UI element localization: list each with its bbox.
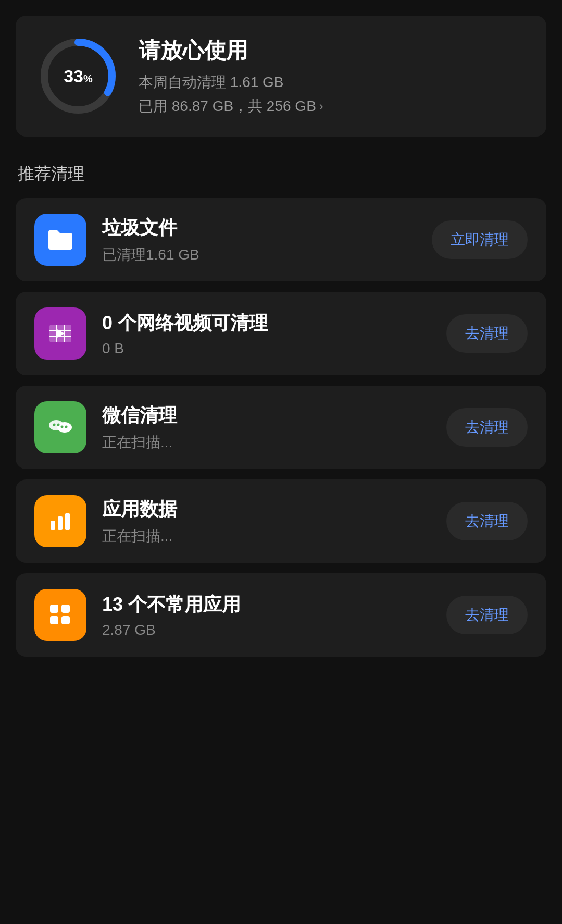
junk-subtitle: 已清理1.61 GB [102, 245, 416, 265]
video-icon [34, 307, 86, 360]
percent-symbol: % [83, 73, 93, 84]
wechat-icon [34, 401, 86, 453]
video-title: 0 个网络视频可清理 [102, 311, 431, 336]
storage-title: 请放心使用 [139, 36, 526, 65]
svg-point-10 [53, 424, 56, 426]
video-card: 0 个网络视频可清理 0 B 去清理 [16, 292, 546, 375]
video-subtitle: 0 B [102, 340, 431, 357]
storage-card: 33% 请放心使用 本周自动清理 1.61 GB 已用 86.87 GB，共 2… [16, 16, 546, 137]
wechat-clean-button[interactable]: 去清理 [446, 408, 528, 447]
percent-value: 33 [64, 66, 83, 86]
storage-usage[interactable]: 已用 86.87 GB，共 256 GB › [139, 96, 526, 116]
usage-text: 已用 86.87 GB，共 256 GB [139, 96, 316, 116]
svg-point-12 [61, 426, 64, 428]
junk-title: 垃圾文件 [102, 215, 416, 241]
svg-rect-20 [61, 616, 70, 624]
svg-point-13 [65, 426, 68, 428]
clean-items-list: 垃圾文件 已清理1.61 GB 立即清理 0 个网络视频可清理 0 B 去清理 [16, 198, 546, 657]
svg-point-11 [57, 424, 60, 426]
unused-apps-content: 13 个不常用应用 2.87 GB [102, 592, 431, 638]
appdata-card: 应用数据 正在扫描... 去清理 [16, 479, 546, 563]
wechat-subtitle: 正在扫描... [102, 433, 431, 452]
chevron-right-icon: › [319, 99, 323, 114]
unused-apps-subtitle: 2.87 GB [102, 622, 431, 638]
junk-files-card: 垃圾文件 已清理1.61 GB 立即清理 [16, 198, 546, 281]
storage-percent: 33% [64, 66, 93, 87]
unused-apps-icon [34, 589, 86, 641]
appdata-icon [34, 495, 86, 547]
appdata-clean-button[interactable]: 去清理 [446, 502, 528, 540]
svg-point-9 [57, 422, 72, 433]
svg-rect-16 [65, 513, 70, 530]
junk-content: 垃圾文件 已清理1.61 GB [102, 215, 416, 265]
junk-clean-button[interactable]: 立即清理 [432, 220, 528, 259]
unused-apps-title: 13 个不常用应用 [102, 592, 431, 618]
unused-apps-card: 13 个不常用应用 2.87 GB 去清理 [16, 573, 546, 657]
junk-icon [34, 214, 86, 266]
video-clean-button[interactable]: 去清理 [446, 314, 528, 353]
appdata-content: 应用数据 正在扫描... [102, 497, 431, 546]
storage-info: 请放心使用 本周自动清理 1.61 GB 已用 86.87 GB，共 256 G… [139, 36, 526, 116]
svg-rect-17 [50, 605, 58, 613]
svg-rect-19 [50, 616, 58, 624]
svg-rect-18 [61, 605, 70, 613]
wechat-card: 微信清理 正在扫描... 去清理 [16, 386, 546, 469]
section-recommended-label: 推荐清理 [16, 163, 546, 186]
appdata-subtitle: 正在扫描... [102, 526, 431, 546]
video-content: 0 个网络视频可清理 0 B [102, 311, 431, 357]
unused-apps-clean-button[interactable]: 去清理 [446, 596, 528, 634]
appdata-title: 应用数据 [102, 497, 431, 522]
wechat-title: 微信清理 [102, 403, 431, 428]
storage-donut: 33% [36, 34, 120, 118]
svg-rect-14 [51, 521, 55, 530]
svg-rect-15 [58, 516, 63, 530]
storage-weekly-clean: 本周自动清理 1.61 GB [139, 72, 526, 92]
wechat-content: 微信清理 正在扫描... [102, 403, 431, 452]
